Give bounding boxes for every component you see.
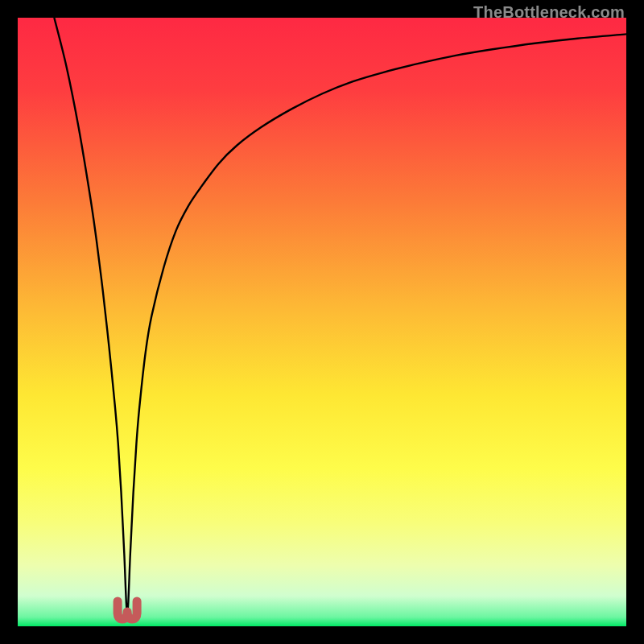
watermark-text: TheBottleneck.com xyxy=(473,3,625,22)
chart-plot xyxy=(18,18,626,626)
gradient-background xyxy=(18,18,626,626)
chart-frame xyxy=(18,18,626,626)
